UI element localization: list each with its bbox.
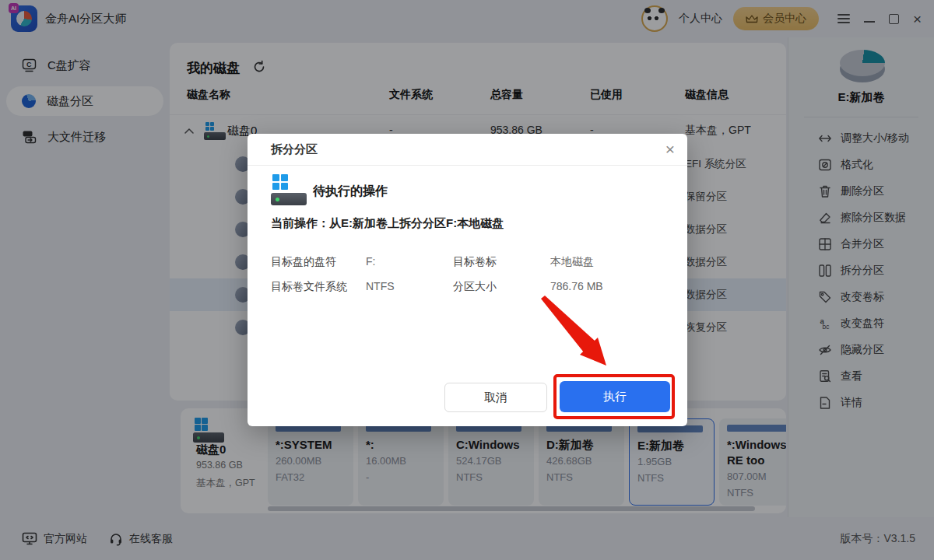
field-value: 786.76 MB	[550, 280, 603, 292]
app-window: AI 金舟AI分区大师 个人中心 会员中心 × C	[0, 0, 934, 560]
cancel-button[interactable]: 取消	[444, 383, 547, 412]
field-label: 目标卷标	[453, 255, 497, 269]
execute-button[interactable]: 执行	[560, 381, 670, 412]
current-operation-text: 当前操作：从E:新加卷上拆分分区F:本地磁盘	[271, 216, 504, 231]
disk-icon	[271, 174, 307, 205]
field-label: 分区大小	[453, 280, 497, 294]
dialog-close-icon[interactable]: ×	[665, 139, 675, 159]
dialog-header: 拆分分区 ×	[248, 134, 687, 166]
split-partition-dialog: 拆分分区 × 待执行的操作 当前操作：从E:新加卷上拆分分区F:本地磁盘 目标盘…	[248, 134, 687, 426]
dialog-title: 拆分分区	[271, 134, 318, 165]
field-label: 目标卷文件系统	[271, 280, 347, 294]
field-value: NTFS	[366, 280, 395, 292]
pending-operations-title: 待执行的操作	[313, 184, 388, 200]
field-label: 目标盘的盘符	[271, 255, 336, 269]
field-value: F:	[366, 255, 375, 268]
field-value: 本地磁盘	[550, 255, 594, 269]
